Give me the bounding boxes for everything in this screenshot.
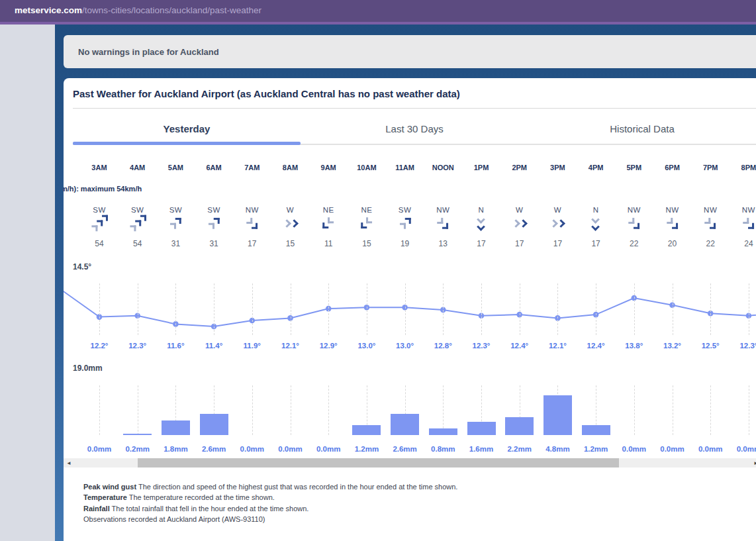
tab-bar: Yesterday Last 30 Days Historical Data [73, 113, 756, 145]
page-title: Past Weather for Auckland Airport (as Au… [73, 88, 460, 99]
legend-wind: Peak wind gust The direction and speed o… [83, 481, 457, 492]
legend-wind-desc: The direction and speed of the highest g… [138, 483, 457, 491]
gridline [443, 385, 444, 435]
temperature-value-label: 12.9° [309, 342, 348, 350]
time-header: 2PM [500, 164, 539, 172]
gridline [138, 283, 138, 335]
wind-direction-arrow-icon [510, 218, 529, 228]
tab-last-30-days[interactable]: Last 30 Days [301, 113, 528, 144]
gridline [749, 283, 749, 335]
time-header: 1PM [462, 164, 500, 172]
temperature-value-label: 11.9° [233, 342, 271, 350]
url-path: /towns-cities/locations/auckland/past-we… [82, 5, 261, 15]
wind-direction-arrow-icon [318, 213, 339, 233]
temperature-line-chart [64, 281, 756, 342]
temperature-value-label: 13.0° [386, 342, 424, 350]
scrollbar-thumb[interactable] [138, 458, 619, 467]
wind-gust-value: 54 [80, 239, 118, 248]
rainfall-bar [352, 425, 381, 435]
time-header: 6AM [195, 164, 233, 172]
url-domain: metservice.com [15, 5, 82, 15]
wind-direction: W [271, 206, 310, 214]
wind-gust-value: 54 [118, 239, 157, 248]
temperature-value-label: 11.6° [157, 342, 195, 350]
wind-direction: NW [615, 206, 653, 214]
wind-direction: NE [348, 206, 386, 214]
gridline [673, 283, 673, 335]
wind-gust-value: 15 [271, 239, 310, 248]
wind-gust-value: 17 [233, 239, 271, 248]
tab-historical-data[interactable]: Historical Data [528, 113, 756, 144]
wind-direction-arrow-icon [356, 213, 377, 233]
time-header: 7PM [691, 164, 730, 172]
wind-gust-value: 17 [577, 239, 615, 248]
time-header: 3AM [80, 164, 118, 172]
warnings-banner-text: No warnings in place for Auckland [78, 47, 219, 57]
temperature-value-label: 13.8° [615, 342, 653, 350]
gridline [710, 283, 711, 335]
temperature-value-label: 12.2° [80, 342, 118, 350]
wind-direction: NW [730, 206, 756, 214]
wind-direction: NW [691, 206, 730, 214]
time-header: 9AM [309, 164, 348, 172]
rainfall-value-label: 0.0mm [271, 445, 310, 453]
wind-direction-arrow-icon [548, 218, 567, 228]
wind-gust-value: 31 [157, 239, 195, 248]
temperature-value-label: 12.5° [691, 342, 730, 350]
rainfall-bar [429, 428, 457, 435]
wind-direction: SW [157, 206, 195, 214]
tab-last-30-days-label: Last 30 Days [385, 123, 444, 134]
rainfall-value-label: 0.0mm [615, 445, 653, 453]
rainfall-value-label: 0.0mm [80, 445, 118, 453]
wind-direction-arrow-icon [624, 213, 644, 233]
scroll-left-arrow-icon[interactable]: ◄ [64, 458, 74, 467]
gridline [634, 385, 635, 435]
wind-gust-value: 20 [653, 239, 692, 248]
temperature-value-label: 12.8° [424, 342, 462, 350]
rainfall-value-label: 1.8mm [157, 445, 195, 453]
wind-gust-value: 13 [424, 239, 462, 248]
wind-direction: SW [80, 206, 118, 214]
rainfall-value-label: 0.0mm [653, 445, 692, 453]
rainfall-value-label: 2.2mm [500, 445, 539, 453]
tab-yesterday[interactable]: Yesterday [73, 113, 301, 144]
gridline [481, 283, 482, 335]
legend-rainfall-desc: The total rainfall that fell in the hour… [112, 505, 309, 513]
rainfall-bar [123, 434, 152, 436]
url-bar[interactable]: metservice.com/towns-cities/locations/au… [15, 5, 261, 15]
browser-top-bar: metservice.com/towns-cities/locations/au… [0, 0, 756, 22]
gridline [596, 283, 596, 335]
time-header: 11AM [386, 164, 424, 172]
wind-gust-value: 15 [348, 239, 386, 248]
gridline [99, 385, 100, 435]
wind-direction: N [577, 206, 615, 214]
legend-temperature-term: Temperature [83, 493, 127, 501]
time-header: 7AM [233, 164, 271, 172]
gridline [328, 385, 329, 435]
wind-direction: NW [424, 206, 462, 214]
wind-gust-value: 17 [539, 239, 577, 248]
time-header: 8PM [730, 164, 756, 172]
legend-rainfall: Rainfall The total rainfall that fell in… [83, 503, 457, 514]
hourly-scroll-content: Peak wind gust (km/h): maximum 54km/h 14… [64, 149, 756, 457]
left-gutter [0, 25, 55, 541]
wind-direction-arrow-icon [242, 213, 262, 233]
wind-gust-value: 22 [691, 239, 730, 248]
wind-direction: SW [118, 206, 157, 214]
wind-direction-arrow-icon [127, 213, 148, 233]
time-header: 5PM [615, 164, 653, 172]
gridline [99, 283, 100, 335]
title-divider [73, 108, 756, 109]
wind-direction-arrow-icon [395, 213, 415, 233]
gridline [520, 283, 520, 335]
wind-gust-value: 19 [386, 239, 424, 248]
temperature-value-label: 13.0° [348, 342, 386, 350]
temperature-value-label: 12.1° [271, 342, 310, 350]
rainfall-axis-max-label: 19.0mm [73, 364, 103, 373]
wind-direction-arrow-icon [165, 213, 186, 233]
horizontal-scrollbar[interactable]: ◄ ► [64, 458, 756, 467]
warnings-banner: No warnings in place for Auckland [64, 35, 756, 68]
scroll-right-arrow-icon[interactable]: ► [751, 458, 756, 467]
wind-gust-value: 17 [462, 239, 500, 248]
hourly-scroll-viewport: Peak wind gust (km/h): maximum 54km/h 14… [64, 149, 756, 457]
